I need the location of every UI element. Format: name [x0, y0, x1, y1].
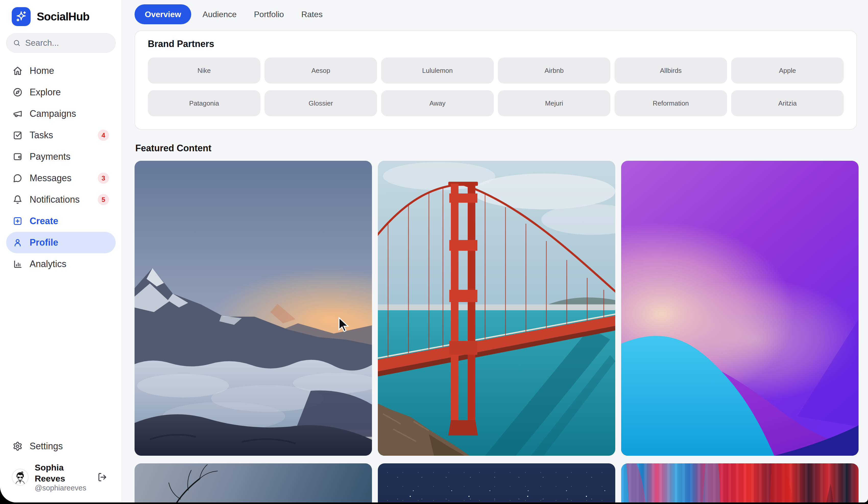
user-handle: @sophiareeves	[35, 484, 91, 492]
megaphone-icon	[13, 109, 22, 119]
brand-chip-aesop[interactable]: Aesop	[265, 58, 377, 83]
sidebar-item-tasks[interactable]: Tasks 4	[6, 124, 116, 146]
app-window: SocialHub Home Explore Campaigns Tasks	[0, 0, 868, 503]
brand-chip-glossier[interactable]: Glossier	[265, 90, 377, 116]
logout-icon	[97, 472, 107, 482]
brand-chip-patagonia[interactable]: Patagonia	[148, 90, 260, 116]
notifications-badge: 5	[98, 194, 109, 205]
gear-icon	[13, 441, 22, 451]
featured-image-starry-night[interactable]	[378, 463, 615, 503]
brand-chip-lululemon[interactable]: Lululemon	[381, 58, 494, 83]
featured-image-mountain-sunset[interactable]	[135, 161, 372, 456]
featured-image-golden-gate-bridge[interactable]	[378, 161, 615, 456]
sidebar-nav: Home Explore Campaigns Tasks 4 Payments	[0, 60, 122, 275]
main-content: Overview Audience Portfolio Rates Brand …	[122, 0, 868, 503]
featured-image-purple-abstract[interactable]	[621, 161, 859, 456]
sidebar-item-campaigns[interactable]: Campaigns	[6, 103, 116, 124]
brand-partners-title: Brand Partners	[148, 39, 844, 49]
sidebar-item-profile[interactable]: Profile	[6, 232, 116, 253]
sidebar-item-label: Home	[30, 65, 54, 76]
wallet-icon	[13, 152, 22, 162]
tab-bar: Overview Audience Portfolio Rates	[135, 4, 329, 24]
user-name: Sophia Reeves	[35, 462, 91, 484]
sidebar-item-label: Payments	[30, 151, 71, 162]
search-input[interactable]	[25, 38, 109, 48]
sidebar-item-explore[interactable]: Explore	[6, 81, 116, 103]
tab-rates[interactable]: Rates	[295, 4, 329, 24]
sidebar: SocialHub Home Explore Campaigns Tasks	[0, 0, 122, 503]
brand-partners-panel: Brand Partners Nike Aesop Lululemon Airb…	[135, 30, 857, 130]
sidebar-footer: Settings	[0, 435, 122, 503]
tab-overview[interactable]: Overview	[135, 4, 191, 24]
user-profile[interactable]: Sophia Reeves @sophiareeves	[6, 457, 116, 492]
user-info: Sophia Reeves @sophiareeves	[35, 462, 91, 492]
bar-chart-icon	[13, 259, 22, 269]
brand-chip-apple[interactable]: Apple	[731, 58, 844, 83]
sidebar-item-notifications[interactable]: Notifications 5	[6, 189, 116, 210]
sidebar-item-label: Analytics	[30, 259, 66, 269]
sidebar-item-home[interactable]: Home	[6, 60, 116, 81]
app-logo	[12, 7, 31, 26]
sidebar-item-analytics[interactable]: Analytics	[6, 253, 116, 275]
featured-content-title: Featured Content	[135, 143, 868, 154]
search-icon	[13, 39, 21, 47]
logout-button[interactable]	[97, 472, 107, 482]
search-box[interactable]	[6, 33, 116, 53]
sidebar-item-label: Profile	[30, 237, 58, 248]
brand-chip-away[interactable]: Away	[381, 90, 494, 116]
chat-bubble-icon	[13, 173, 22, 183]
bell-icon	[13, 195, 22, 204]
app-brand: SocialHub	[0, 0, 122, 26]
brand-chip-reformation[interactable]: Reformation	[614, 90, 727, 116]
app-title: SocialHub	[37, 10, 89, 23]
tab-portfolio[interactable]: Portfolio	[248, 4, 290, 24]
sparkle-icon	[15, 10, 27, 23]
messages-badge: 3	[98, 172, 109, 184]
brand-chip-aritzia[interactable]: Aritzia	[731, 90, 844, 116]
sidebar-item-label: Campaigns	[30, 108, 76, 119]
brand-chip-airbnb[interactable]: Airbnb	[498, 58, 610, 83]
sidebar-item-payments[interactable]: Payments	[6, 146, 116, 168]
brand-chip-allbirds[interactable]: Allbirds	[614, 58, 727, 83]
brand-partners-grid: Nike Aesop Lululemon Airbnb Allbirds App…	[148, 58, 844, 116]
sidebar-item-label: Notifications	[30, 194, 80, 205]
brand-chip-nike[interactable]: Nike	[148, 58, 260, 83]
check-square-icon	[13, 130, 22, 140]
sidebar-item-messages[interactable]: Messages 3	[6, 168, 116, 189]
home-icon	[13, 66, 22, 75]
sidebar-item-label: Explore	[30, 87, 61, 98]
featured-image-red-blue-ink[interactable]	[621, 463, 859, 503]
tasks-badge: 4	[98, 130, 109, 141]
featured-image-bare-tree-dusk[interactable]	[135, 463, 372, 503]
compass-icon	[13, 88, 22, 97]
plus-square-icon	[13, 216, 22, 226]
brand-chip-mejuri[interactable]: Mejuri	[498, 90, 610, 116]
sidebar-item-label: Tasks	[30, 130, 53, 141]
sidebar-item-settings[interactable]: Settings	[6, 435, 116, 457]
avatar	[12, 469, 29, 486]
sidebar-item-create[interactable]: Create	[6, 210, 116, 232]
sidebar-item-label: Messages	[30, 173, 72, 183]
sidebar-item-label: Create	[30, 216, 58, 226]
tab-audience[interactable]: Audience	[196, 4, 242, 24]
user-icon	[13, 238, 22, 248]
sidebar-item-label: Settings	[30, 441, 63, 452]
featured-grid	[135, 161, 859, 503]
